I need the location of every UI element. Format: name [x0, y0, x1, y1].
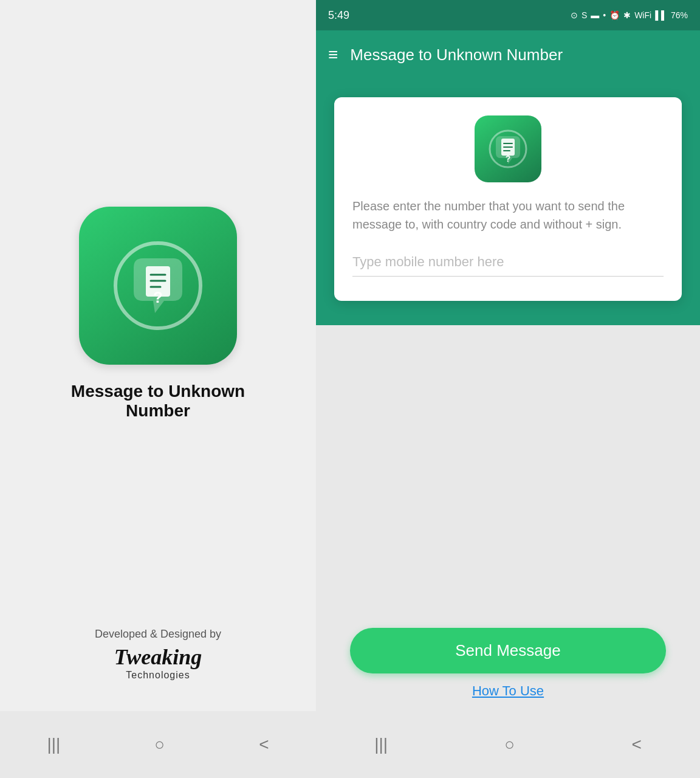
dot-icon: • — [603, 10, 606, 20]
alarm-icon: ⏰ — [609, 10, 620, 20]
skype-icon: S — [582, 10, 587, 20]
app-icon-card: ? — [475, 115, 541, 182]
developed-by-text: Developed & Designed by — [95, 628, 221, 641]
nav-home-left[interactable]: ○ — [154, 735, 165, 754]
nav-recent-left[interactable]: ||| — [47, 735, 60, 754]
teal-section: ? Please enter the number that you want … — [316, 79, 700, 325]
app-icon-large: ? — [79, 207, 237, 365]
main-card: ? Please enter the number that you want … — [334, 97, 682, 301]
card-description: Please enter the number that you want to… — [352, 197, 664, 233]
left-panel: ? Message to Unknown Number Developed & … — [0, 0, 316, 778]
status-icons: ⊙ S ▬ • ⏰ ✱ WiFi ▌▌ 76% — [571, 10, 688, 20]
right-panel: 5:49 ⊙ S ▬ • ⏰ ✱ WiFi ▌▌ 76% ≡ Message t… — [316, 0, 700, 778]
whatsapp-icon: ⊙ — [571, 10, 578, 20]
bluetooth-icon: ✱ — [623, 10, 631, 20]
status-bar: 5:49 ⊙ S ▬ • ⏰ ✱ WiFi ▌▌ 76% — [316, 0, 700, 30]
developer-section: Developed & Designed by Tweaking Technol… — [95, 628, 221, 681]
nav-recent-right[interactable]: ||| — [374, 735, 388, 754]
signal-icon: ▌▌ — [655, 10, 667, 20]
nav-bar-right: ||| ○ < — [316, 711, 700, 778]
nav-back-left[interactable]: < — [259, 735, 269, 754]
brand-name: Tweaking — [114, 644, 202, 670]
card-icon-wrapper: ? — [352, 115, 664, 182]
phone-number-input[interactable] — [352, 248, 664, 277]
how-to-use-link[interactable]: How To Use — [472, 683, 544, 699]
brand-sub: Technologies — [126, 670, 190, 681]
svg-text:?: ? — [153, 288, 163, 306]
battery-text: 76% — [671, 10, 688, 20]
tweaking-brand: Tweaking Technologies — [114, 644, 202, 681]
wifi-icon: WiFi — [634, 10, 651, 20]
send-message-button[interactable]: Send Message — [350, 628, 666, 673]
nav-bar-left: ||| ○ < — [0, 711, 316, 778]
nav-back-right[interactable]: < — [631, 735, 641, 754]
msg-icon: ▬ — [591, 10, 599, 20]
left-content: ? Message to Unknown Number — [55, 207, 261, 421]
nav-home-right[interactable]: ○ — [504, 735, 515, 754]
svg-text:?: ? — [506, 154, 511, 164]
hamburger-menu-icon[interactable]: ≡ — [328, 45, 338, 64]
app-title-left: Message to Unknown Number — [55, 382, 261, 421]
bottom-section: Send Message How To Use — [316, 616, 700, 711]
status-time: 5:49 — [328, 9, 349, 22]
app-bar-title: Message to Unknown Number — [350, 46, 563, 64]
app-bar: ≡ Message to Unknown Number — [316, 30, 700, 79]
